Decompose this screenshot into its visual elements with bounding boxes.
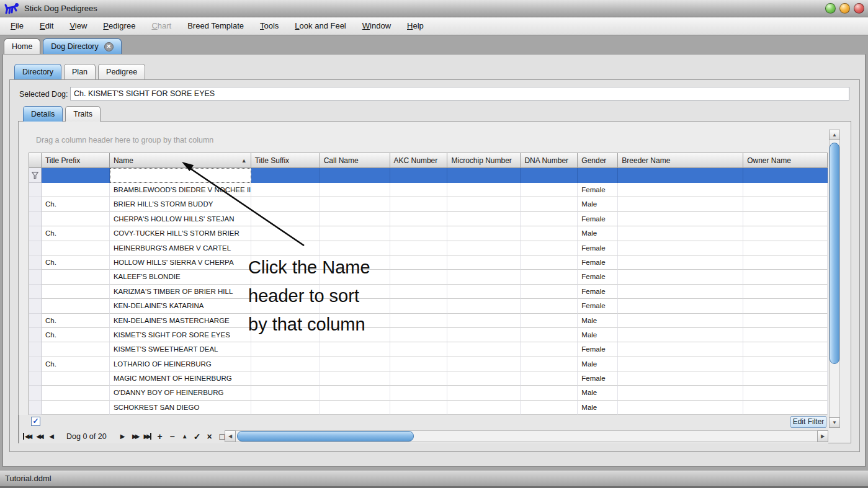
cell-owner_name[interactable] (743, 270, 828, 284)
cell-owner_name[interactable] (743, 285, 828, 299)
cell-title_suffix[interactable] (251, 212, 320, 226)
table-row[interactable]: Ch.KISMET'S SIGHT FOR SORE EYESMale (29, 328, 828, 342)
cell-dna_number[interactable] (521, 241, 578, 255)
cell-name[interactable]: KARIZMA'S TIMBER OF BRIER HILL (110, 285, 251, 299)
cell-owner_name[interactable] (743, 371, 828, 386)
cell-name[interactable]: HEINERBURG'S AMBER V CARTEL (110, 241, 251, 255)
cell-name[interactable]: KEN-DELAINE'S MASTERCHARGE (110, 314, 251, 328)
table-row[interactable]: KISMET'S SWEETHEART DEALFemale (29, 342, 828, 357)
menu-help[interactable]: Help (399, 17, 432, 35)
column-header-microchip_number[interactable]: Microchip Number (447, 153, 521, 168)
cell-akc_number[interactable] (390, 183, 448, 197)
cell-microchip_number[interactable] (447, 183, 521, 197)
filter-cell-call_name[interactable] (320, 168, 390, 183)
cell-akc_number[interactable] (390, 371, 448, 386)
column-header-akc_number[interactable]: AKC Number (390, 153, 448, 168)
cell-breeder_name[interactable] (618, 212, 743, 226)
cell-owner_name[interactable] (743, 241, 828, 255)
cell-call_name[interactable] (320, 299, 390, 313)
cell-gender[interactable]: Male (578, 328, 618, 342)
navigator-next-page-icon[interactable]: ▶▶ (129, 433, 141, 440)
cell-call_name[interactable] (320, 255, 390, 270)
filter-cell-title_suffix[interactable] (251, 168, 320, 183)
cell-owner_name[interactable] (743, 299, 828, 313)
selected-dog-field[interactable]: Ch. KISMET'S SIGHT FOR SORE EYES (70, 87, 849, 100)
cell-title_suffix[interactable] (251, 183, 320, 197)
cell-call_name[interactable] (320, 285, 390, 299)
cell-name[interactable]: BRIER HILL'S STORM BUDDY (110, 197, 251, 211)
navigator-prior-icon[interactable]: ◀ (45, 433, 58, 440)
cell-name[interactable]: KISMET'S SIGHT FOR SORE EYES (110, 328, 251, 342)
menu-tools[interactable]: Tools (252, 17, 287, 35)
tab-dog-directory[interactable]: Dog Directory ✕ (43, 38, 121, 54)
cell-gender[interactable]: Male (578, 386, 618, 400)
cell-call_name[interactable] (320, 342, 390, 357)
cell-akc_number[interactable] (390, 212, 448, 226)
cell-microchip_number[interactable] (447, 299, 521, 313)
cell-breeder_name[interactable] (618, 328, 743, 342)
cell-title_suffix[interactable] (251, 255, 320, 270)
column-header-title_suffix[interactable]: Title Suffix (251, 153, 320, 168)
cell-call_name[interactable] (320, 401, 390, 415)
navigator-next-icon[interactable]: ▶ (117, 433, 129, 440)
menu-window[interactable]: Window (354, 17, 399, 35)
table-row[interactable]: CHERPA'S HOLLOW HILLS' STEJANFemale (29, 212, 828, 226)
table-row[interactable]: SCHOKREST SAN DIEGOMale (29, 401, 828, 415)
cell-title_suffix[interactable] (251, 299, 320, 313)
vertical-scroll-thumb[interactable] (830, 143, 839, 364)
cell-title_prefix[interactable]: Ch. (42, 357, 110, 371)
cell-owner_name[interactable] (743, 197, 828, 211)
cell-owner_name[interactable] (743, 212, 828, 226)
cell-gender[interactable]: Female (578, 299, 618, 313)
horizontal-scroll-thumb[interactable] (237, 431, 414, 441)
cell-microchip_number[interactable] (447, 357, 521, 371)
cell-microchip_number[interactable] (447, 386, 521, 400)
cell-dna_number[interactable] (521, 314, 578, 328)
cell-name[interactable]: O'DANNY BOY OF HEINERBURG (110, 386, 251, 400)
cell-call_name[interactable] (320, 371, 390, 386)
cell-microchip_number[interactable] (447, 255, 521, 270)
cell-microchip_number[interactable] (447, 401, 521, 415)
cell-microchip_number[interactable] (447, 285, 521, 299)
cell-breeder_name[interactable] (618, 342, 743, 357)
cell-dna_number[interactable] (521, 226, 578, 241)
navigator-edit-icon[interactable]: ▲ (179, 433, 191, 440)
tab-plan[interactable]: Plan (64, 64, 96, 79)
cell-dna_number[interactable] (521, 212, 578, 226)
cell-microchip_number[interactable] (447, 270, 521, 284)
cell-title_prefix[interactable]: Ch. (42, 197, 110, 211)
cell-title_suffix[interactable] (251, 342, 320, 357)
cell-breeder_name[interactable] (618, 197, 743, 211)
cell-title_suffix[interactable] (251, 241, 320, 255)
menu-view[interactable]: View (61, 17, 95, 35)
cell-akc_number[interactable] (390, 226, 448, 241)
cell-dna_number[interactable] (521, 371, 578, 386)
cell-gender[interactable]: Female (578, 285, 618, 299)
table-row[interactable]: MAGIC MOMENT OF HEINERBURGFemale (29, 371, 828, 386)
cell-microchip_number[interactable] (447, 371, 521, 386)
cell-microchip_number[interactable] (447, 212, 521, 226)
cell-title_suffix[interactable] (251, 197, 320, 211)
cell-gender[interactable]: Female (578, 342, 618, 357)
cell-owner_name[interactable] (743, 183, 828, 197)
window-button-red[interactable] (854, 3, 864, 14)
table-row[interactable]: Ch.KEN-DELAINE'S MASTERCHARGEMale (29, 314, 828, 328)
cell-microchip_number[interactable] (447, 314, 521, 328)
cell-microchip_number[interactable] (447, 197, 521, 211)
navigator-cancel-icon[interactable]: × (204, 432, 216, 441)
cell-owner_name[interactable] (743, 357, 828, 371)
scroll-down-icon[interactable]: ▼ (829, 417, 840, 428)
cell-owner_name[interactable] (743, 255, 828, 270)
table-row[interactable]: HEINERBURG'S AMBER V CARTELFemale (29, 241, 828, 255)
table-row[interactable]: KALEEF'S BLONDIEFemale (29, 270, 828, 284)
cell-breeder_name[interactable] (618, 226, 743, 241)
cell-breeder_name[interactable] (618, 386, 743, 400)
cell-title_prefix[interactable] (42, 401, 110, 415)
cell-call_name[interactable] (320, 183, 390, 197)
cell-call_name[interactable] (320, 197, 390, 211)
cell-title_prefix[interactable] (42, 299, 110, 313)
cell-title_prefix[interactable] (42, 342, 110, 357)
cell-akc_number[interactable] (390, 328, 448, 342)
cell-title_suffix[interactable] (251, 270, 320, 284)
cell-microchip_number[interactable] (447, 226, 521, 241)
